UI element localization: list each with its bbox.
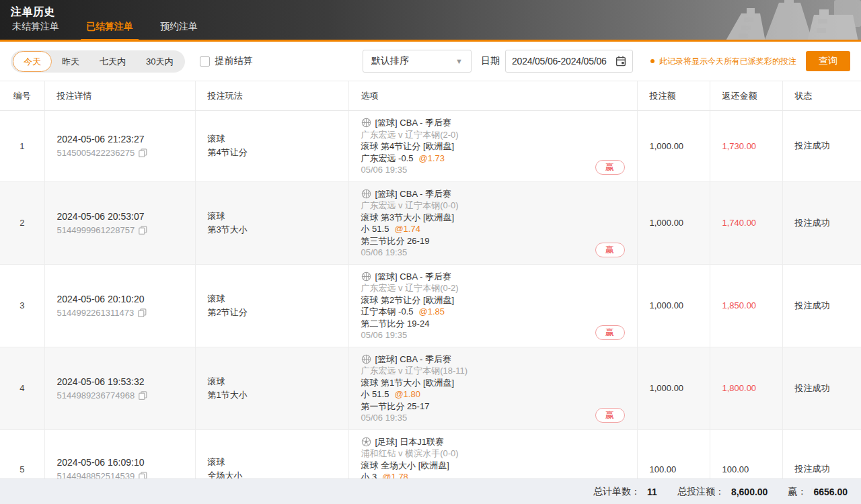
market-name: 滚球 第4节让分 [欧洲盘] bbox=[361, 140, 637, 153]
play-type: 滚球 bbox=[208, 210, 348, 223]
great-wall-decoration bbox=[700, 0, 861, 42]
match-name: 广东宏远 v 辽宁本钢(0-0) bbox=[361, 200, 637, 212]
stake-amount: 1,000.00 bbox=[637, 347, 710, 429]
copy-icon[interactable] bbox=[139, 149, 147, 157]
filter-bar: 今天 昨天 七天内 30天内 提前结算 默认排序 ▼ 日期 2024/05/06… bbox=[0, 42, 861, 81]
table-row: 1 2024-05-06 21:23:27 5145005422236275 滚… bbox=[0, 111, 861, 182]
total-stake: 总投注额： 8,600.00 bbox=[677, 486, 768, 498]
bet-time: 2024-05-06 20:53:07 bbox=[57, 211, 195, 222]
total-count-value: 11 bbox=[647, 487, 657, 497]
total-stake-value: 8,600.00 bbox=[731, 487, 768, 497]
chevron-down-icon: ▼ bbox=[455, 57, 463, 65]
options-cell: [篮球] CBA - 季后赛 广东宏远 v 辽宁本钢(0-2) 滚球 第2节让分… bbox=[348, 264, 637, 347]
table-row: 2 2024-05-06 20:53:07 5144999961228757 滚… bbox=[0, 181, 861, 264]
date-range-input[interactable]: 2024/05/06-2024/05/06 bbox=[505, 50, 633, 73]
market-name: 滚球 第2节让分 [欧洲盘] bbox=[361, 294, 637, 306]
bets-table: 编号 投注详情 投注玩法 选项 投注额 返还金额 状态 1 2024-05-06… bbox=[0, 81, 861, 504]
calendar-icon[interactable] bbox=[615, 56, 626, 67]
bet-no: 4 bbox=[0, 347, 44, 429]
league-name: [篮球] CBA - 季后赛 bbox=[375, 353, 451, 366]
date-filter: 日期 2024/05/06-2024/05/06 bbox=[481, 50, 633, 73]
match-name: 广东宏远 v 辽宁本钢(0-2) bbox=[361, 282, 637, 294]
league-name: [篮球] CBA - 季后赛 bbox=[375, 117, 451, 129]
tab-unsettled[interactable]: 未结算注单 bbox=[11, 15, 61, 40]
match-name: 浦和红钻 v 横滨水手(0-0) bbox=[361, 448, 637, 460]
bet-no: 1 bbox=[0, 111, 44, 182]
total-win-value: 6656.00 bbox=[813, 487, 848, 497]
sort-dropdown[interactable]: 默认排序 ▼ bbox=[363, 50, 472, 73]
copy-icon[interactable] bbox=[139, 391, 147, 400]
return-amount: 1,730.00 bbox=[710, 111, 782, 182]
sort-dropdown-value: 默认排序 bbox=[371, 55, 409, 67]
copy-icon[interactable] bbox=[139, 226, 147, 235]
page-header: 注单历史 未结算注单 已结算注单 预约注单 bbox=[0, 0, 861, 42]
range-pill-7days[interactable]: 七天内 bbox=[89, 50, 136, 73]
col-header-status: 状态 bbox=[782, 81, 861, 111]
bet-id: 5144989236774968 bbox=[57, 390, 135, 401]
play-type-cell: 滚球 第1节大小 bbox=[195, 347, 348, 429]
win-badge: 赢 bbox=[595, 325, 625, 340]
copy-icon[interactable] bbox=[138, 308, 147, 317]
return-amount: 1,850.00 bbox=[710, 264, 782, 347]
soccer-ball-icon bbox=[361, 437, 371, 447]
period-score: 第一节比分 25-17 bbox=[361, 401, 637, 413]
play-type: 滚球 bbox=[208, 456, 348, 469]
basketball-icon bbox=[361, 189, 371, 199]
col-header-detail: 投注详情 bbox=[44, 81, 195, 111]
early-settle-filter[interactable]: 提前结算 bbox=[200, 55, 252, 67]
period-score: 第三节比分 26-19 bbox=[361, 235, 637, 247]
pick: 辽宁本钢 -0.5 bbox=[361, 306, 414, 317]
market-name: 滚球 第1节大小 [欧洲盘] bbox=[361, 377, 637, 389]
search-button[interactable]: 查询 bbox=[806, 51, 850, 71]
payout-notice: 此记录将显示今天所有已派奖彩的投注 bbox=[650, 56, 796, 67]
play-type: 滚球 bbox=[208, 292, 348, 306]
bet-id: 5144992261311473 bbox=[57, 308, 135, 318]
table-row: 4 2024-05-06 19:53:32 5144989236774968 滚… bbox=[0, 347, 861, 429]
play-market: 第1节大小 bbox=[208, 388, 348, 402]
total-stake-label: 总投注额： bbox=[677, 486, 724, 498]
bet-history-page: 注单历史 未结算注单 已结算注单 预约注单 今天 昨天 七天内 30天内 提前结… bbox=[0, 0, 861, 504]
col-header-no: 编号 bbox=[0, 81, 44, 111]
market-name: 滚球 第3节大小 [欧洲盘] bbox=[361, 212, 637, 224]
col-header-stake: 投注额 bbox=[637, 81, 710, 111]
win-badge: 赢 bbox=[595, 160, 625, 175]
win-badge: 赢 bbox=[595, 408, 625, 423]
notice-dot-icon bbox=[650, 59, 654, 63]
match-name: 广东宏远 v 辽宁本钢(18-11) bbox=[361, 365, 637, 377]
market-name: 滚球 全场大小 [欧洲盘] bbox=[361, 460, 637, 472]
notice-text: 此记录将显示今天所有已派奖彩的投注 bbox=[659, 56, 796, 67]
total-count: 总计单数： 11 bbox=[593, 486, 657, 498]
pick: 小 51.5 bbox=[361, 389, 389, 399]
date-range-pills: 今天 昨天 七天内 30天内 bbox=[11, 50, 185, 73]
odds: @1.73 bbox=[419, 153, 445, 163]
stake-amount: 1,000.00 bbox=[637, 111, 710, 182]
return-amount: 1,800.00 bbox=[710, 347, 782, 429]
col-header-options: 选项 bbox=[348, 81, 637, 111]
date-filter-label: 日期 bbox=[481, 55, 500, 67]
total-win-label: 赢： bbox=[788, 486, 807, 498]
basketball-icon bbox=[361, 118, 371, 128]
early-settle-label: 提前结算 bbox=[215, 55, 252, 67]
col-header-play: 投注玩法 bbox=[195, 81, 348, 111]
range-pill-30days[interactable]: 30天内 bbox=[136, 50, 183, 73]
status-text: 投注成功 bbox=[782, 181, 861, 264]
bet-time: 2024-05-06 21:23:27 bbox=[57, 134, 195, 144]
early-settle-checkbox[interactable] bbox=[200, 56, 210, 67]
bet-id: 5144999961228757 bbox=[57, 225, 135, 235]
league-name: [篮球] CBA - 季后赛 bbox=[375, 188, 451, 200]
tab-reserved[interactable]: 预约注单 bbox=[159, 15, 199, 40]
date-range-value: 2024/05/06-2024/05/06 bbox=[512, 56, 607, 67]
pick: 广东宏远 -0.5 bbox=[361, 153, 414, 163]
basketball-icon bbox=[361, 354, 371, 364]
bet-detail-cell: 2024-05-06 20:53:07 5144999961228757 bbox=[44, 181, 195, 264]
total-count-label: 总计单数： bbox=[593, 486, 640, 498]
odds: @1.74 bbox=[394, 224, 420, 234]
return-amount: 1,740.00 bbox=[710, 181, 782, 264]
range-pill-today[interactable]: 今天 bbox=[13, 51, 52, 72]
bet-detail-cell: 2024-05-06 21:23:27 5145005422236275 bbox=[44, 111, 195, 182]
range-pill-yesterday[interactable]: 昨天 bbox=[52, 50, 89, 73]
options-cell: [篮球] CBA - 季后赛 广东宏远 v 辽宁本钢(18-11) 滚球 第1节… bbox=[348, 347, 637, 429]
tab-settled[interactable]: 已结算注单 bbox=[85, 15, 135, 40]
bet-detail-cell: 2024-05-06 20:10:20 5144992261311473 bbox=[44, 264, 195, 347]
table-header: 编号 投注详情 投注玩法 选项 投注额 返还金额 状态 bbox=[0, 81, 861, 111]
